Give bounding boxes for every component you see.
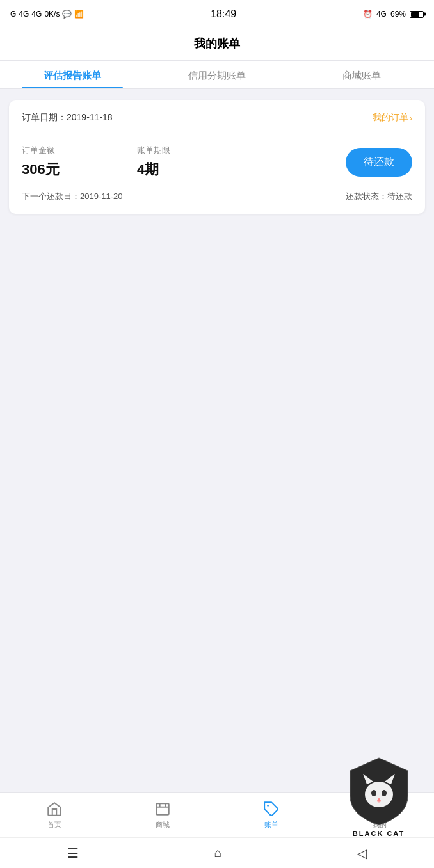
bottom-nav: 首页 商城 账单 我的 — [0, 792, 434, 837]
period-block: 账单期限 4期 — [137, 145, 239, 179]
battery-percent: 69% — [390, 10, 406, 19]
bill-card: 订单日期：2019-11-18 我的订单 › 订单金额 306元 账单期限 4期… — [9, 100, 425, 214]
signal-4g-2: 4G — [31, 10, 42, 19]
status-right: ⏰ 4G 69% — [363, 10, 424, 19]
chevron-right-icon: › — [410, 113, 412, 123]
mall-icon — [154, 801, 171, 817]
battery-icon — [410, 11, 424, 18]
amount-label: 订单金额 — [22, 145, 137, 156]
status-left: G 4G 4G 0K/s 💬 📶 — [10, 10, 84, 19]
main-content: 订单日期：2019-11-18 我的订单 › 订单金额 306元 账单期限 4期… — [0, 89, 434, 792]
nav-label-bill: 账单 — [264, 820, 278, 830]
status-bar: G 4G 4G 0K/s 💬 📶 18:49 ⏰ 4G 69% — [0, 0, 434, 28]
network-speed: 0K/s — [44, 10, 60, 19]
data-icon: 4G — [376, 10, 387, 19]
my-order-text: 我的订单 — [373, 112, 408, 124]
page-header: 我的账单 — [0, 28, 434, 61]
person-icon — [371, 801, 388, 817]
tabs-bar: 评估报告账单 信用分期账单 商城账单 — [0, 61, 434, 89]
bill-tag-icon — [263, 801, 280, 817]
nav-item-bill[interactable]: 账单 — [217, 793, 326, 837]
nav-label-mall: 商城 — [156, 820, 170, 830]
repay-status-label: 还款状态：待还款 — [346, 191, 412, 202]
nav-label-home: 首页 — [47, 820, 61, 830]
tab-credit[interactable]: 信用分期账单 — [145, 61, 289, 88]
nav-label-mine: 我的 — [373, 820, 387, 830]
home-icon — [46, 801, 63, 817]
nav-item-mall[interactable]: 商城 — [109, 793, 218, 837]
order-date-label: 订单日期：2019-11-18 — [22, 112, 113, 124]
signal-4g-1: 4G — [19, 10, 29, 19]
pay-btn-block: 待还款 — [239, 148, 412, 177]
amount-block: 订单金额 306元 — [22, 145, 137, 179]
nav-item-home[interactable]: 首页 — [0, 793, 109, 837]
svg-point-5 — [377, 803, 383, 809]
nfc-icon: 📶 — [74, 10, 84, 19]
android-home-icon[interactable]: ⌂ — [214, 846, 221, 860]
status-time: 18:49 — [211, 8, 236, 20]
wechat-icon: 💬 — [62, 10, 72, 19]
next-repay-label: 下一个还款日：2019-11-20 — [22, 191, 123, 202]
tab-mall[interactable]: 商城账单 — [289, 61, 434, 88]
nav-item-mine[interactable]: 我的 — [326, 793, 435, 837]
android-menu-icon[interactable]: ☰ — [67, 846, 79, 861]
page-title: 我的账单 — [194, 37, 240, 50]
pay-button[interactable]: 待还款 — [346, 148, 412, 177]
android-nav: ☰ ⌂ ◁ — [0, 837, 434, 868]
alarm-icon: ⏰ — [363, 10, 373, 19]
android-back-icon[interactable]: ◁ — [357, 846, 367, 861]
svg-rect-0 — [157, 803, 170, 814]
card-mid-row: 订单金额 306元 账单期限 4期 待还款 — [22, 145, 412, 179]
period-value: 4期 — [137, 160, 239, 179]
tab-evaluation[interactable]: 评估报告账单 — [0, 61, 145, 88]
card-top-row: 订单日期：2019-11-18 我的订单 › — [22, 112, 412, 133]
my-order-link[interactable]: 我的订单 › — [373, 112, 412, 124]
signal-g: G — [10, 10, 16, 19]
period-label: 账单期限 — [137, 145, 239, 156]
amount-value: 306元 — [22, 160, 137, 179]
card-bottom-row: 下一个还款日：2019-11-20 还款状态：待还款 — [22, 191, 412, 202]
